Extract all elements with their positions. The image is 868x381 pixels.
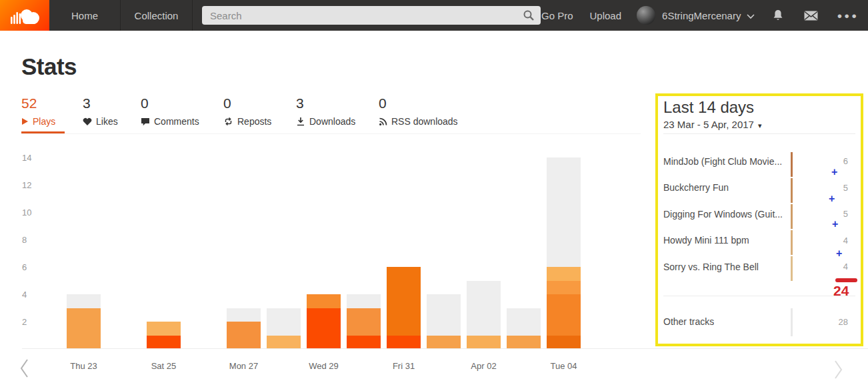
x-axis-label: Fri 31 [393, 361, 415, 371]
bar-segment-fri-31[interactable] [387, 267, 421, 336]
bar-segment-wed-29[interactable] [307, 308, 341, 350]
soundcloud-cloud-icon [9, 7, 40, 24]
bar-segment-sat-01[interactable] [427, 336, 461, 350]
date-range-selector[interactable]: 23 Mar - 5 Apr, 2017▾ [663, 119, 761, 130]
bar-segment-tue-04[interactable] [547, 336, 581, 350]
nav-collection-label: Collection [135, 10, 179, 21]
track-play-count: 4 [843, 262, 855, 272]
bar-segment-tue-04[interactable] [547, 281, 581, 295]
bar-segment-wed-29[interactable] [307, 294, 341, 308]
track-name: MindJob (Fight Club Movie... [663, 156, 782, 167]
track-name: Sorry vs. Ring The Bell [663, 262, 759, 272]
nav-home-label: Home [71, 10, 98, 21]
track-mini-bar [791, 256, 793, 281]
notifications-bell-icon[interactable] [772, 9, 784, 22]
bar-segment-thu-30[interactable] [347, 336, 381, 350]
chart-prev-button[interactable] [19, 358, 31, 381]
track-row[interactable]: Buckcherry Fun5 [663, 175, 855, 202]
username[interactable]: 6StringMercenary [662, 10, 741, 21]
bar-segment-thu-30[interactable] [347, 294, 381, 308]
sum-value-annotation: 24 [833, 283, 849, 299]
x-axis-label: Tue 04 [551, 361, 577, 371]
bar-segment-mon-03[interactable] [507, 308, 541, 336]
track-name: Buckcherry Fun [663, 182, 729, 193]
tab-value: 3 [296, 95, 355, 111]
tab-reposts[interactable]: 0Reposts [223, 95, 271, 127]
bar-segment-tue-28[interactable] [267, 308, 301, 336]
bar-segment-apr-02[interactable] [467, 281, 501, 336]
track-mini-bar [791, 178, 793, 203]
track-row[interactable]: Howdy Mini 111 bpm4 [663, 228, 855, 254]
bar-segment-thu-23[interactable] [67, 294, 101, 308]
rss-icon [379, 117, 387, 126]
download-icon [296, 117, 305, 126]
repost-icon [223, 117, 233, 126]
messages-mail-icon[interactable] [804, 11, 818, 21]
track-list: MindJob (Fight Club Movie...6Buckcherry … [663, 148, 855, 280]
y-axis-tick: 2 [22, 317, 27, 327]
x-axis-label: Sat 25 [151, 361, 177, 371]
bar-segment-mon-03[interactable] [507, 336, 541, 350]
bar-segment-tue-28[interactable] [267, 336, 301, 350]
other-tracks-mini-bar [791, 308, 793, 336]
tab-label: Downloads [309, 116, 355, 127]
bar-segment-tue-04[interactable] [547, 294, 581, 336]
tab-value: 3 [83, 95, 118, 111]
nav-collection[interactable]: Collection [121, 0, 192, 31]
tab-value: 0 [223, 95, 271, 111]
tab-comments[interactable]: 0Comments [141, 95, 199, 127]
y-axis-tick: 8 [22, 235, 27, 245]
search-input[interactable] [202, 10, 523, 21]
y-axis-tick: 14 [22, 153, 31, 163]
tab-likes[interactable]: 3Likes [83, 95, 118, 127]
more-options-icon[interactable]: ●●● [837, 11, 859, 21]
chart-next-button[interactable] [832, 360, 844, 381]
tab-label: RSS downloads [391, 116, 458, 127]
plus-annotation: + [829, 194, 835, 204]
soundcloud-stats-page: Home Collection Go Pro Upload 6StringMer… [0, 0, 868, 381]
tab-value: 0 [141, 95, 199, 111]
search-icon[interactable] [523, 9, 535, 21]
other-tracks-row[interactable]: Other tracks 28 [663, 303, 855, 340]
nav-home[interactable]: Home [49, 0, 120, 31]
bar-segment-thu-23[interactable] [67, 308, 101, 350]
tabs-divider [21, 133, 641, 134]
dropdown-caret-icon: ▾ [758, 121, 762, 129]
bar-segment-mon-27[interactable] [227, 308, 261, 322]
bar-segment-sat-25[interactable] [147, 322, 181, 336]
track-name: Howdy Mini 111 bpm [663, 235, 749, 246]
bar-segment-apr-02[interactable] [467, 336, 501, 350]
chevron-down-icon[interactable] [747, 14, 755, 19]
panel-divider [663, 296, 855, 296]
x-axis-label: Thu 23 [70, 361, 97, 371]
tab-rss-downloads[interactable]: 0RSS downloads [379, 95, 458, 127]
bar-segment-tue-04[interactable] [547, 267, 581, 281]
top-tracks-panel: Last 14 days 23 Mar - 5 Apr, 2017▾ MindJ… [655, 93, 863, 346]
y-axis-tick: 12 [22, 180, 31, 190]
heart-icon [83, 117, 92, 125]
track-play-count: 6 [843, 156, 855, 166]
y-axis-tick: 10 [22, 208, 31, 218]
track-row[interactable]: Digging For Windows (Guit...5 [663, 201, 855, 228]
track-row[interactable]: Sorry vs. Ring The Bell4 [663, 254, 855, 280]
tab-downloads[interactable]: 3Downloads [296, 95, 355, 127]
bar-segment-sat-25[interactable] [147, 336, 181, 350]
bar-segment-mon-27[interactable] [227, 322, 261, 349]
upload-link[interactable]: Upload [590, 10, 622, 21]
go-pro-link[interactable]: Go Pro [541, 10, 573, 21]
panel-title: Last 14 days [663, 98, 754, 117]
nav-separator [192, 0, 193, 31]
bar-segment-tue-04[interactable] [547, 157, 581, 267]
tab-plays[interactable]: 52Plays [21, 95, 55, 127]
avatar[interactable] [637, 6, 655, 25]
panel-divider [663, 133, 855, 134]
tab-label: Reposts [237, 116, 271, 127]
search-bar [202, 6, 541, 25]
plus-annotation: + [836, 249, 842, 258]
tab-value: 0 [379, 95, 458, 111]
track-row[interactable]: MindJob (Fight Club Movie...6 [663, 148, 855, 175]
bar-segment-thu-30[interactable] [347, 308, 381, 336]
soundcloud-logo[interactable] [0, 0, 49, 31]
bar-segment-fri-31[interactable] [387, 336, 421, 350]
bar-segment-sat-01[interactable] [427, 294, 461, 336]
